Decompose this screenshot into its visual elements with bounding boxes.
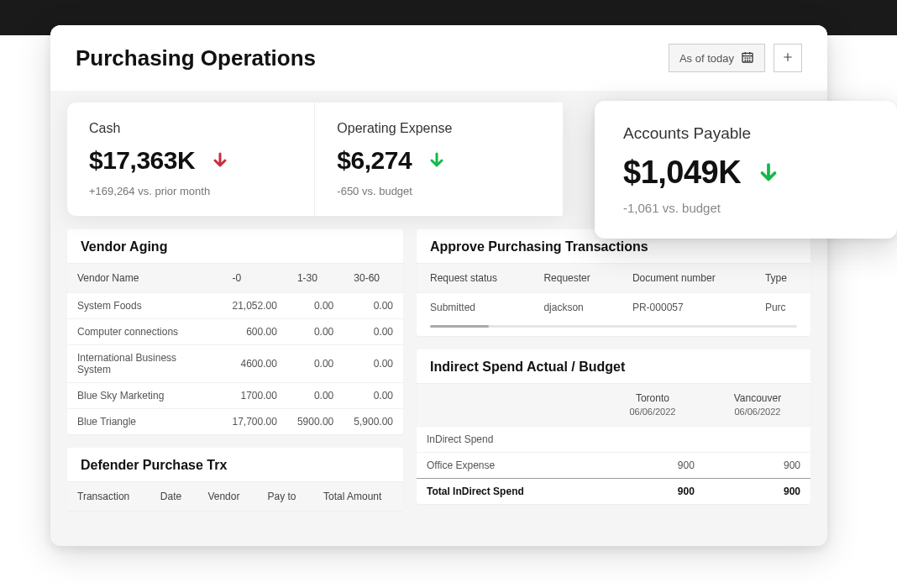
cell: 600.00 — [223, 319, 287, 345]
svg-point-5 — [748, 58, 748, 59]
kpi-value: $1,049K — [623, 155, 741, 191]
col-header[interactable]: Total Amount — [313, 482, 403, 511]
kpi-val-row: $17,363K — [89, 146, 292, 175]
vendor-aging-table: Vendor Name -0 1-30 30-60 System Foods21… — [67, 264, 403, 434]
kpi-card-opex[interactable]: Operating Expense $6,274 -650 vs. budget — [315, 102, 563, 216]
cell: PR-000057 — [619, 293, 752, 323]
table-row[interactable]: Blue Triangle17,700.005900.005,900.00 — [67, 409, 403, 435]
cell: djackson — [530, 293, 619, 323]
cell: Submitted — [417, 293, 530, 323]
cell: 17,700.00 — [223, 409, 287, 435]
table-header-row: Request status Requester Document number… — [417, 264, 810, 293]
col-header[interactable]: Requester — [530, 264, 619, 293]
kpi-title: Operating Expense — [337, 121, 540, 136]
table-row[interactable]: Office Expense 900 900 — [417, 452, 810, 478]
col-header[interactable]: 30-60 — [344, 264, 403, 293]
cell: 0.00 — [287, 383, 344, 409]
table-row[interactable]: International Business System4600.000.00… — [67, 345, 403, 383]
cell: 1700.00 — [223, 383, 287, 409]
approve-table: Request status Requester Document number… — [417, 264, 810, 322]
col-header[interactable]: Type — [752, 264, 810, 293]
cell: 0.00 — [287, 345, 344, 383]
date-label: 06/06/2022 — [611, 406, 695, 417]
panel-title: Defender Purchase Trx — [67, 448, 403, 482]
page-title: Purchasing Operations — [76, 45, 316, 71]
col-right: Approve Purchasing Transactions Request … — [417, 229, 810, 511]
cell: 0.00 — [287, 319, 344, 345]
col-header[interactable]: 1-30 — [287, 264, 344, 293]
kpi-card-accounts-payable[interactable]: Accounts Payable $1,049K -1,061 vs. budg… — [595, 101, 897, 239]
table-row: InDirect Spend — [417, 426, 810, 452]
cell: 0.00 — [287, 293, 344, 319]
col-header[interactable]: -0 — [223, 264, 287, 293]
as-of-label: As of today — [679, 52, 734, 65]
svg-point-6 — [749, 58, 750, 59]
col-left: Vendor Aging Vendor Name -0 1-30 30-60 S… — [67, 229, 403, 511]
add-button[interactable] — [774, 44, 802, 72]
calendar-icon — [741, 50, 754, 66]
cell: 0.00 — [344, 345, 403, 383]
kpi-card-cash[interactable]: Cash $17,363K +169,264 vs. prior month — [67, 102, 315, 216]
cell: Computer connections — [67, 319, 223, 345]
cell: 5900.00 — [287, 409, 344, 435]
table-row[interactable]: System Foods21,052.000.000.00 — [67, 293, 403, 319]
kpi-value: $6,274 — [337, 146, 412, 175]
arrow-down-icon — [427, 150, 447, 171]
cell: 0.00 — [344, 319, 403, 345]
cell: Blue Triangle — [67, 409, 223, 435]
kpi-value: $17,363K — [89, 146, 195, 175]
panel-vendor-aging: Vendor Aging Vendor Name -0 1-30 30-60 S… — [67, 229, 403, 434]
loc-label: Toronto — [636, 392, 669, 404]
col-header[interactable]: Request status — [417, 264, 530, 293]
table-header-row: Transaction Date Vendor Pay to Total Amo… — [67, 482, 403, 511]
horizontal-scrollbar[interactable] — [430, 325, 797, 328]
table-header-row: Vendor Name -0 1-30 30-60 — [67, 264, 403, 293]
total-row: Total InDirect Spend 900 900 — [417, 478, 810, 504]
cell — [705, 426, 810, 452]
cell: 5,900.00 — [344, 409, 403, 435]
col-header[interactable]: Date — [150, 482, 198, 511]
kpi-delta: -1,061 vs. budget — [623, 201, 868, 215]
svg-point-9 — [749, 60, 750, 60]
cell: International Business System — [67, 345, 223, 383]
kpi-val-row: $6,274 — [337, 146, 540, 175]
panel-approve: Approve Purchasing Transactions Request … — [417, 229, 810, 336]
panel-defender: Defender Purchase Trx Transaction Date V… — [67, 448, 403, 511]
category-label: InDirect Spend — [417, 426, 601, 452]
kpi-title: Cash — [89, 121, 292, 136]
loc-label: Vancouver — [734, 392, 781, 404]
col-header — [417, 384, 601, 426]
plus-icon — [782, 50, 794, 67]
date-label: 06/06/2022 — [715, 406, 800, 417]
kpi-delta: +169,264 vs. prior month — [89, 185, 292, 197]
col-header[interactable]: Transaction — [67, 482, 150, 511]
col-header-toronto[interactable]: Toronto 06/06/2022 — [601, 384, 705, 426]
scrollbar-thumb[interactable] — [430, 325, 489, 328]
as-of-badge[interactable]: As of today — [669, 44, 765, 72]
cell: Blue Sky Marketing — [67, 383, 223, 409]
total-label: Total InDirect Spend — [417, 478, 601, 504]
spend-table: Toronto 06/06/2022 Vancouver 06/06/2022 … — [417, 384, 810, 504]
panel-title: Vendor Aging — [67, 229, 403, 264]
panels: Vendor Aging Vendor Name -0 1-30 30-60 S… — [50, 216, 827, 524]
cell: 900 — [705, 478, 810, 504]
kpi-val-row: $1,049K — [623, 155, 868, 191]
cell: 0.00 — [344, 293, 403, 319]
row-label: Office Expense — [417, 452, 601, 478]
col-header-vancouver[interactable]: Vancouver 06/06/2022 — [705, 384, 810, 426]
cell: 900 — [705, 452, 810, 478]
header-controls: As of today — [669, 44, 802, 72]
table-row[interactable]: Blue Sky Marketing1700.000.000.00 — [67, 383, 403, 409]
cell: 900 — [601, 452, 705, 478]
table-row[interactable]: Computer connections600.000.000.00 — [67, 319, 403, 345]
col-header[interactable]: Pay to — [257, 482, 312, 511]
kpi-title: Accounts Payable — [623, 124, 868, 143]
cell: 0.00 — [344, 383, 403, 409]
col-header[interactable]: Document number — [619, 264, 752, 293]
svg-point-7 — [745, 60, 746, 60]
svg-point-4 — [745, 58, 746, 59]
arrow-down-icon — [756, 160, 781, 186]
table-row[interactable]: Submitted djackson PR-000057 Purc — [417, 293, 810, 323]
col-header[interactable]: Vendor — [197, 482, 257, 511]
col-header[interactable]: Vendor Name — [67, 264, 223, 293]
